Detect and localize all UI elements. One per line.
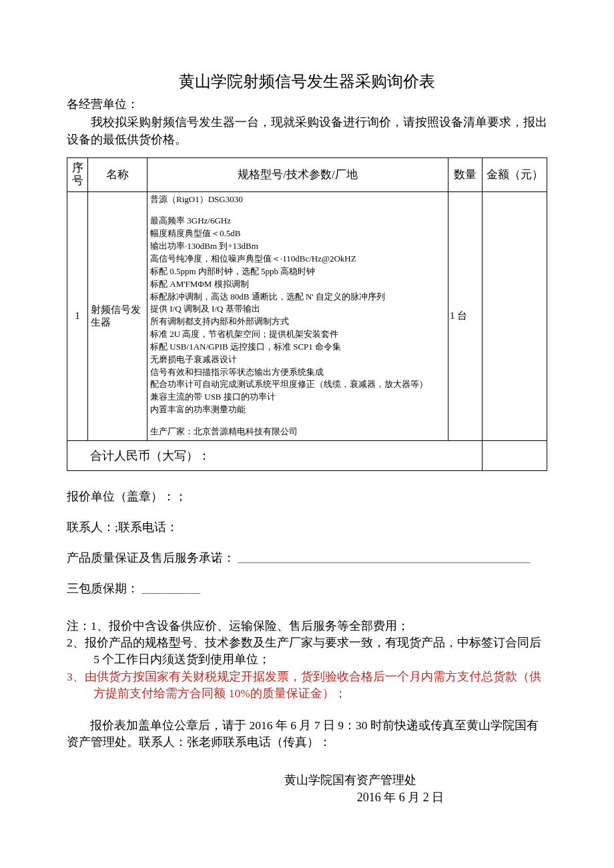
- page-title: 黄山学院射频信号发生器采购询价表: [67, 71, 547, 92]
- cell-qty: 1 台: [448, 191, 483, 440]
- total-amount: [483, 440, 547, 470]
- cell-name: 射频信号发生器: [88, 191, 147, 440]
- th-seq: 序号: [67, 158, 88, 191]
- cell-amount: [483, 191, 547, 440]
- field-quality-label: 产品质量保证及售后服务承诺：: [67, 551, 235, 564]
- field-quality-blank: ________________________________________…: [238, 551, 529, 565]
- spec-line: 标配 AM'FMΦM 模拟调制: [150, 278, 445, 291]
- spec-line: 最高频率 3GHz/6GHz: [150, 215, 445, 228]
- spec-line: 输出功率·130dBm 到+13dBm: [150, 240, 445, 253]
- spec-line: 标准 2U 高度，节省机架空间；提供机架安装套件: [150, 328, 445, 341]
- th-qty: 数量: [448, 158, 483, 191]
- signature-block: 黄山学院国有资产管理处 2016 年 6 月 2 日: [67, 772, 547, 805]
- intro-paragraph: 我校拟采购射频信号发生器一台，现就采购设备进行询价，请按照设备清单要求，报出设备…: [67, 113, 547, 148]
- fields-block: 报价单位（盖章）：； 联系人：;联系电话： 产品质量保证及售后服务承诺： ___…: [67, 488, 547, 596]
- spec-line: 提供 I/Q 调制及 I/Q 基带输出: [150, 303, 445, 316]
- field-contact-label: 联系人：;联系电话：: [67, 520, 178, 534]
- field-warranty-label: 三包质保期：: [67, 582, 139, 595]
- cell-seq: 1: [67, 191, 88, 440]
- spec-line: 内置丰富的功率测量功能: [150, 404, 445, 416]
- spec-line: 标配 USB/1AN/GPIB 远控接口，标准 SCP1 命令集: [150, 341, 445, 354]
- spec-line: 配合功率计可自动完成测试系统平坦度修正（线缆，衰减器，放大器等）: [150, 378, 445, 391]
- spec-line: 高信号纯净度，相位噪声典型值＜·110dBc/Hz@2OkHZ: [150, 253, 445, 266]
- field-contact: 联系人：;联系电话：: [67, 519, 547, 535]
- delivery-paragraph: 报价表加盖单位公章后，请于 2016 年 6 月 7 日 9：30 时前快递或传…: [67, 717, 547, 751]
- note-2: 2、报价产品的规格型号、技术参数及生产厂家与要求一致，有现货产品，中标签订合同后…: [67, 634, 547, 669]
- field-quality: 产品质量保证及售后服务承诺： _________________________…: [67, 550, 547, 566]
- addressee-line: 各经营单位：: [67, 96, 547, 112]
- note-prefix: 注：: [67, 619, 91, 632]
- total-label: 合计人民币（大写）：: [67, 440, 483, 470]
- note-3: 3、由供货方按国家有关财税规定开据发票，货到验收合格后一个月内需方支付总货款（供…: [67, 669, 547, 703]
- total-row: 合计人民币（大写）：: [67, 440, 547, 470]
- items-table: 序号 名称 规格型号/技术参数/厂地 数量 金额（元） 1 射频信号发生器 普源…: [67, 157, 547, 470]
- field-warranty: 三包质保期： __________: [67, 580, 547, 596]
- spec-line: 所有调制都支持内部和外部调制方式: [150, 316, 445, 328]
- note-1: 注：1、报价中含设备供应价、运输保险、售后服务等全部费用；: [67, 618, 547, 634]
- spec-line: 标配脉冲调制，高达 80dB 通断比，选配 N' 自定义的脉冲序列: [150, 291, 445, 304]
- spec-title: 普源（RigO1）DSG3030: [150, 193, 445, 206]
- signature-date: 2016 年 6 月 2 日: [154, 789, 547, 805]
- field-unit-label: 报价单位（盖章）：；: [67, 490, 187, 503]
- th-name: 名称: [88, 158, 147, 191]
- spec-line: 兼容主流的带 USB 接口的功率计: [150, 391, 445, 404]
- notes-block: 注：1、报价中含设备供应价、运输保险、售后服务等全部费用； 2、报价产品的规格型…: [67, 618, 547, 703]
- th-amount: 金额（元）: [483, 158, 547, 191]
- spec-line: 标配 0.5ppm 内部时钟，选配 5ppb 高稳时钟: [150, 266, 445, 278]
- spec-line: 信号有效和扫描指示等状态输出方便系统集成: [150, 366, 445, 379]
- spec-line: 幅度精度典型值＜0.5dB: [150, 228, 445, 240]
- spec-line: 无磨损电子衰减器设计: [150, 354, 445, 366]
- th-spec: 规格型号/技术参数/厂地: [147, 158, 448, 191]
- field-warranty-blank: __________: [141, 582, 200, 596]
- note-1-text: 1、报价中含设备供应价、运输保险、售后服务等全部费用；: [91, 619, 409, 632]
- signature-org: 黄山学院国有资产管理处: [154, 772, 547, 788]
- field-unit: 报价单位（盖章）：；: [67, 488, 547, 504]
- spec-manufacturer: 生产厂家：北京普源精电科技有限公司: [150, 426, 445, 438]
- cell-spec: 普源（RigO1）DSG3030 最高频率 3GHz/6GHz 幅度精度典型值＜…: [147, 191, 448, 440]
- table-row: 1 射频信号发生器 普源（RigO1）DSG3030 最高频率 3GHz/6GH…: [67, 191, 547, 440]
